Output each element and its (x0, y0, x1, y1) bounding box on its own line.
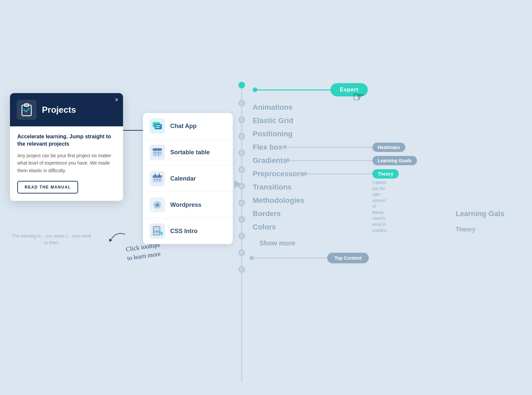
theory-label[interactable]: Theory (372, 169, 399, 179)
expert-connector-line (257, 89, 331, 90)
topic-flexbox[interactable]: Flex box (253, 143, 282, 151)
expert-section: Expert (253, 83, 368, 96)
annotation-arrow-icon (106, 228, 129, 248)
timeline-dot-bottom (238, 266, 245, 273)
timeline-dot-9 (238, 233, 245, 239)
preprocessors-connector-dot (303, 172, 307, 176)
svg-rect-15 (154, 179, 155, 181)
topic-elastic-grid[interactable]: Elastic Grid (253, 116, 304, 125)
svg-rect-3 (155, 124, 162, 129)
wordpress-label: Wordpress (170, 201, 201, 208)
project-item-css-intro[interactable]: CSS 3 CSS Intro (143, 218, 233, 244)
calendar-icon (150, 171, 165, 186)
clipboard-icon (21, 103, 33, 116)
topic-preprocessors-row: Preprocessors Theory Capture just the ri… (253, 170, 304, 178)
svg-text:3: 3 (160, 232, 162, 235)
wordpress-svg-icon: ! (152, 199, 163, 210)
chat-app-label: Chat App (170, 123, 197, 130)
project-item-sortable-table[interactable]: Sortable table (143, 139, 233, 166)
gradients-connector-dot (286, 158, 290, 162)
gradients-connector-line (286, 160, 372, 161)
theory-description: Capture just the right amount of theory … (372, 180, 387, 233)
timeline-dot-1 (238, 100, 245, 106)
topic-flexbox-row: Flex box Heatmaps (253, 143, 304, 152)
topics-list: Animations Elastic Grid Positioning Flex… (253, 103, 304, 236)
top-content-dot (249, 256, 254, 260)
sortable-table-icon (150, 145, 165, 160)
topic-methodologies[interactable]: Methodologies (253, 196, 304, 205)
projects-panel-header: Projects × (10, 93, 123, 126)
learning-goals-label[interactable]: Learning Goals (372, 156, 417, 165)
timeline-dot-8 (238, 216, 245, 223)
read-manual-button[interactable]: READ THE MANUAL (17, 181, 78, 194)
top-content-section: Top Content (249, 253, 369, 263)
preprocessors-connector-line (303, 174, 372, 174)
table-icon (152, 147, 163, 158)
topic-positioning[interactable]: Positioning (253, 130, 304, 138)
timeline-dot-top (238, 82, 245, 88)
project-item-calendar[interactable]: Calendar (143, 166, 233, 192)
topic-gradients-row: Gradients Learning Goals (253, 156, 304, 165)
projects-icon-wrap (17, 100, 37, 120)
topic-animations[interactable]: Animations (253, 103, 304, 112)
svg-text:CSS: CSS (154, 230, 160, 233)
topic-colors[interactable]: Colors (253, 223, 304, 231)
projects-panel-body: Accelerate learning. Jump straight to th… (10, 126, 123, 201)
wordpress-icon: ! (150, 197, 165, 212)
topic-transitions[interactable]: Transitions (253, 183, 304, 192)
main-area: Expert ☞ Animations Elastic Grid Positio… (0, 80, 532, 395)
top-content-button[interactable]: Top Content (327, 253, 369, 263)
projects-tagline: Accelerate learning. Jump straight to th… (17, 133, 116, 148)
svg-rect-17 (159, 179, 161, 181)
timeline-dot-5 (238, 166, 245, 173)
svg-marker-26 (109, 238, 113, 242)
timeline-dot-2 (238, 116, 245, 123)
timeline-dot-10 (238, 249, 245, 256)
project-item-chat-app[interactable]: Chat App (143, 113, 233, 139)
expert-dot (253, 87, 257, 92)
theory-right-label: Theory (456, 226, 475, 233)
css-intro-icon: CSS 3 (150, 223, 165, 239)
timeline-dot-3 (238, 133, 245, 140)
play-marker (234, 180, 241, 188)
learning-gals-label: Learning Gals (456, 209, 504, 218)
projects-panel: Projects × Accelerate learning. Jump str… (10, 93, 123, 201)
topic-gradients[interactable]: Gradients (253, 156, 287, 165)
project-item-wordpress[interactable]: ! Wordpress (143, 192, 233, 218)
chat-icon (152, 121, 163, 131)
projects-list: Chat App Sortable table (143, 113, 233, 244)
top-content-line (254, 258, 327, 258)
timeline-dot-7 (238, 199, 245, 206)
svg-rect-12 (153, 175, 162, 178)
flexbox-connector-line (283, 147, 372, 148)
heatmaps-label[interactable]: Heatmaps (372, 143, 405, 152)
close-panel-button[interactable]: × (115, 96, 118, 103)
chat-app-icon (150, 118, 165, 134)
show-more-link[interactable]: Show more (259, 239, 295, 247)
svg-rect-7 (153, 148, 162, 151)
sortable-table-label: Sortable table (170, 149, 210, 156)
calendar-svg-icon (152, 173, 163, 184)
projects-panel-title: Projects (42, 105, 76, 115)
svg-rect-16 (157, 179, 158, 181)
calendar-label: Calendar (170, 175, 196, 182)
timeline-dot-4 (238, 150, 245, 156)
topic-preprocessors[interactable]: Preprocessors (253, 170, 304, 178)
cursor-hand-icon: ☞ (352, 89, 364, 104)
svg-text:!: ! (156, 203, 157, 206)
bottom-panel-text: The learning m... you setup c... and com… (10, 233, 93, 246)
projects-description: Any project can be your first project no… (17, 152, 116, 174)
css-intro-label: CSS Intro (170, 228, 198, 235)
topic-borders[interactable]: Borders (253, 209, 304, 218)
flexbox-connector-dot (283, 145, 287, 149)
css-svg-icon: CSS 3 (152, 226, 163, 236)
